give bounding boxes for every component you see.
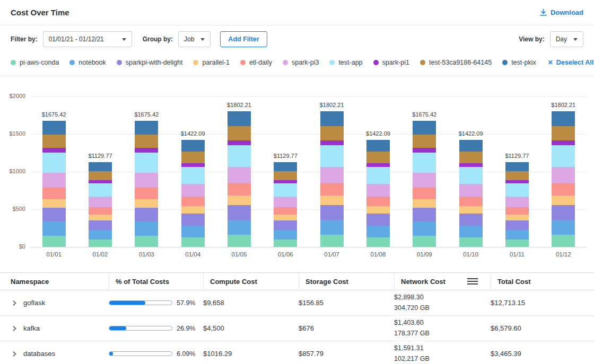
- bar-segment-etl-daily[interactable]: [552, 183, 575, 196]
- bar-segment-sparkpi-with-delight[interactable]: [42, 208, 66, 221]
- bar-segment-spark-pi3[interactable]: [274, 197, 297, 207]
- bar-segment-pi-aws-conda[interactable]: [505, 239, 529, 247]
- bar-segment-pi-aws-conda[interactable]: [413, 236, 436, 247]
- bar-segment-sparkpi-with-delight[interactable]: [135, 208, 158, 221]
- bar-segment-etl-daily[interactable]: [42, 188, 66, 199]
- bar-segment-sparkpi-with-delight[interactable]: [552, 205, 575, 220]
- bar-stack-01/08[interactable]: [366, 140, 390, 247]
- bar-segment-etl-daily[interactable]: [228, 183, 251, 196]
- legend-item-spark-pi3[interactable]: spark-pi3: [283, 59, 319, 66]
- bar-segment-parallel-1[interactable]: [320, 196, 344, 205]
- bar-stack-01/07[interactable]: [320, 111, 344, 247]
- bar-segment-pi-aws-conda[interactable]: [228, 235, 251, 247]
- column-header-network[interactable]: Network Cost: [394, 273, 491, 290]
- bar-segment-etl-daily[interactable]: [274, 207, 297, 215]
- bar-segment-etl-daily[interactable]: [135, 188, 158, 199]
- bar-segment-spark-pi1[interactable]: [42, 148, 66, 152]
- bar-segment-etl-daily[interactable]: [459, 197, 483, 206]
- bar-segment-test-pkix[interactable]: [89, 162, 112, 172]
- bar-segment-test-53ca9186-64145[interactable]: [135, 135, 158, 148]
- bar-segment-sparkpi-with-delight[interactable]: [274, 220, 297, 230]
- bar-segment-spark-pi1[interactable]: [413, 148, 436, 152]
- bar-segment-pi-aws-conda[interactable]: [552, 235, 575, 247]
- bar-segment-test-53ca9186-64145[interactable]: [181, 152, 205, 163]
- bar-segment-test-pkix[interactable]: [320, 111, 344, 126]
- bar-segment-test-pkix[interactable]: [459, 140, 483, 152]
- bar-segment-spark-pi3[interactable]: [135, 173, 158, 188]
- bar-segment-parallel-1[interactable]: [505, 215, 529, 220]
- bar-segment-sparkpi-with-delight[interactable]: [413, 208, 436, 221]
- bar-segment-spark-pi1[interactable]: [552, 140, 575, 145]
- bar-segment-test-pkix[interactable]: [552, 111, 575, 126]
- bar-segment-test-app[interactable]: [42, 153, 66, 173]
- bar-segment-notebook[interactable]: [274, 230, 297, 239]
- column-header-compute[interactable]: Compute Cost: [203, 273, 299, 290]
- bar-segment-pi-aws-conda[interactable]: [89, 239, 112, 247]
- bar-segment-test-pkix[interactable]: [274, 162, 297, 172]
- bar-segment-parallel-1[interactable]: [135, 199, 158, 208]
- bar-segment-pi-aws-conda[interactable]: [274, 239, 297, 247]
- bar-segment-parallel-1[interactable]: [274, 215, 297, 220]
- bar-segment-notebook[interactable]: [505, 230, 529, 239]
- bar-segment-pi-aws-conda[interactable]: [42, 236, 66, 247]
- bar-segment-test-app[interactable]: [413, 153, 436, 173]
- bar-segment-test-app[interactable]: [505, 183, 529, 197]
- bar-segment-notebook[interactable]: [42, 221, 66, 235]
- bar-segment-test-pkix[interactable]: [181, 140, 205, 152]
- bar-segment-pi-aws-conda[interactable]: [366, 237, 390, 247]
- bar-stack-01/09[interactable]: [413, 121, 436, 247]
- bar-segment-parallel-1[interactable]: [459, 206, 483, 214]
- bar-segment-sparkpi-with-delight[interactable]: [505, 220, 529, 230]
- bar-segment-spark-pi3[interactable]: [413, 173, 436, 188]
- bar-segment-pi-aws-conda[interactable]: [135, 236, 158, 247]
- bar-segment-etl-daily[interactable]: [181, 197, 205, 206]
- bar-segment-test-53ca9186-64145[interactable]: [274, 171, 297, 180]
- bar-segment-test-53ca9186-64145[interactable]: [228, 126, 251, 140]
- bar-segment-sparkpi-with-delight[interactable]: [366, 214, 390, 225]
- legend-item-test-pkix[interactable]: test-pkix: [502, 59, 536, 66]
- bar-segment-test-app[interactable]: [89, 183, 112, 197]
- bar-segment-test-app[interactable]: [228, 145, 251, 167]
- bar-stack-01/01[interactable]: [42, 121, 66, 247]
- bar-segment-test-app[interactable]: [181, 167, 205, 184]
- bar-segment-test-app[interactable]: [320, 145, 344, 167]
- bar-segment-test-pkix[interactable]: [413, 121, 436, 135]
- bar-stack-01/11[interactable]: [505, 162, 529, 247]
- bar-segment-etl-daily[interactable]: [413, 188, 436, 199]
- bar-segment-notebook[interactable]: [552, 220, 575, 235]
- bar-segment-etl-daily[interactable]: [505, 207, 529, 215]
- bar-segment-test-pkix[interactable]: [42, 121, 66, 135]
- bar-segment-parallel-1[interactable]: [228, 196, 251, 205]
- legend-item-test-app[interactable]: test-app: [329, 59, 362, 66]
- bar-segment-spark-pi3[interactable]: [505, 197, 529, 207]
- bar-segment-test-53ca9186-64145[interactable]: [320, 126, 344, 140]
- legend-item-parallel-1[interactable]: parallel-1: [193, 59, 229, 66]
- date-range-select[interactable]: 01/01/21 - 01/12/21: [43, 31, 132, 47]
- bar-segment-spark-pi3[interactable]: [552, 167, 575, 183]
- legend-item-notebook[interactable]: notebook: [69, 59, 106, 66]
- bar-segment-etl-daily[interactable]: [366, 197, 390, 206]
- bar-stack-01/05[interactable]: [228, 111, 251, 247]
- bar-segment-spark-pi3[interactable]: [320, 167, 344, 183]
- expand-chevron-icon[interactable]: [11, 325, 18, 332]
- bar-segment-sparkpi-with-delight[interactable]: [228, 205, 251, 220]
- bar-segment-spark-pi3[interactable]: [42, 173, 66, 188]
- column-header-percent[interactable]: % of Total Costs: [109, 273, 203, 290]
- bar-segment-notebook[interactable]: [413, 221, 436, 235]
- bar-segment-spark-pi1[interactable]: [459, 163, 483, 167]
- bar-stack-01/12[interactable]: [552, 111, 575, 247]
- column-menu-icon[interactable]: [467, 278, 478, 285]
- bar-segment-test-pkix[interactable]: [505, 162, 529, 172]
- bar-segment-sparkpi-with-delight[interactable]: [459, 214, 483, 225]
- column-header-storage[interactable]: Storage Cost: [299, 273, 394, 290]
- bar-segment-test-pkix[interactable]: [135, 121, 158, 135]
- bar-segment-parallel-1[interactable]: [89, 215, 112, 220]
- bar-segment-test-app[interactable]: [274, 183, 297, 197]
- bar-segment-sparkpi-with-delight[interactable]: [89, 220, 112, 230]
- deselect-all-button[interactable]: ✕ Deselect All: [548, 59, 593, 66]
- bar-segment-test-pkix[interactable]: [366, 140, 390, 152]
- column-header-total[interactable]: Total Cost: [491, 273, 583, 290]
- bar-stack-01/03[interactable]: [135, 121, 158, 247]
- bar-segment-spark-pi1[interactable]: [366, 163, 390, 167]
- bar-segment-notebook[interactable]: [320, 220, 344, 235]
